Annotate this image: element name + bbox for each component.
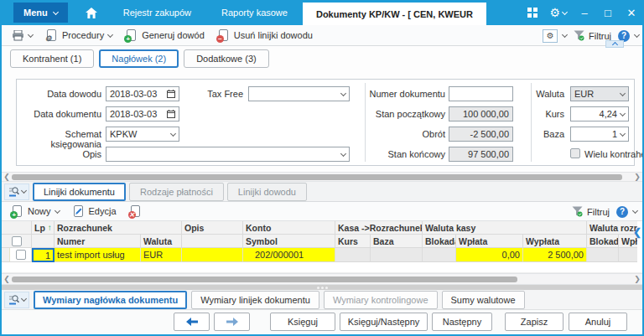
nowy-button[interactable]: + Nowy xyxy=(7,204,65,219)
col-header-kasa-rozrachunek[interactable]: Kasa ->Rozrachunek xyxy=(335,221,423,235)
search-list-button[interactable] xyxy=(4,292,29,308)
home-button[interactable] xyxy=(75,0,108,25)
wielu-kontrahentow-checkbox[interactable] xyxy=(570,148,580,158)
col-header-konto[interactable]: Konto xyxy=(243,221,335,235)
grid-icon[interactable] xyxy=(527,8,538,18)
tab-linijki-dowodu[interactable]: Linijki dowodu xyxy=(227,183,307,201)
tab-wymiary-kontrolingowe[interactable]: Wymiary kontrolingowe xyxy=(324,291,438,309)
edycja-button[interactable]: Edycja xyxy=(68,204,122,219)
usun-linijki-button[interactable]: − Usuń linijki dowodu xyxy=(213,28,318,43)
cell-kurs[interactable] xyxy=(335,248,371,262)
cell-blokada[interactable] xyxy=(423,248,456,262)
tab-wymiary-linijek[interactable]: Wymiary linijek dokumentu xyxy=(191,291,319,309)
cell-numer[interactable]: test import usług xyxy=(55,248,141,262)
table-horizontal-scrollbar[interactable]: ❮ ❯ xyxy=(2,273,642,285)
row-selector-cell[interactable] xyxy=(2,248,10,262)
chevron-down-icon[interactable] xyxy=(632,208,638,214)
help-icon[interactable]: ? xyxy=(616,206,628,218)
opis-select[interactable] xyxy=(106,147,350,162)
sub-header-blokada2[interactable]: Blokada xyxy=(587,235,619,248)
next-record-button[interactable] xyxy=(214,313,250,331)
panel-collapse-left-icon[interactable]: ❮ xyxy=(633,226,641,238)
tab-dokumenty-kpkw[interactable]: Dokumenty KP/KW - [ CEN, KWEUR xyxy=(303,3,486,25)
kurs-input[interactable]: 4,24 xyxy=(570,106,629,121)
view-settings-button[interactable]: ⚙ xyxy=(543,29,558,43)
tab-sumy-walutowe[interactable]: Sumy walutowe xyxy=(442,291,525,309)
grid-filtruj-button[interactable]: Filtruj xyxy=(570,204,611,219)
scrollbar-thumb[interactable] xyxy=(12,277,517,282)
home-icon xyxy=(86,8,97,18)
sub-header-baza[interactable]: Baza xyxy=(371,235,423,248)
tab-rejestr-zakupow[interactable]: Rejestr zakupów xyxy=(108,0,206,25)
collapse-panel-button[interactable] xyxy=(605,40,624,48)
procedury-button[interactable]: ⚙ Procedury xyxy=(41,28,117,43)
zapisz-button[interactable]: Zapisz xyxy=(505,313,564,331)
col-header-lp[interactable]: Lp↑ xyxy=(32,221,55,235)
data-dowodu-input[interactable]: 2018-03-03 xyxy=(106,86,179,101)
col-header-rozrachunek[interactable]: Rozrachunek xyxy=(55,221,182,235)
ksieguj-button[interactable]: Księguj xyxy=(270,313,335,331)
close-button[interactable]: ✕ xyxy=(626,7,637,19)
tab-dodatkowe[interactable]: Dodatkowe (3) xyxy=(184,49,269,68)
generuj-dowod-button[interactable]: + Generuj dowód xyxy=(121,28,210,43)
col-header-waluta-rozrachunku[interactable]: Waluta rozrac xyxy=(587,221,637,235)
col-header-opis[interactable]: Opis xyxy=(182,221,243,235)
sub-header-wyplata[interactable]: Wypłata xyxy=(523,235,587,248)
tab-wymiary-naglowka[interactable]: Wymiary nagłówka dokumentu xyxy=(34,291,187,309)
tab-raporty-kasowe[interactable]: Raporty kasowe xyxy=(206,0,303,25)
scroll-right-icon[interactable]: ❯ xyxy=(632,274,642,284)
data-dokumentu-input[interactable]: 2018-03-03 xyxy=(106,106,179,121)
scroll-right-icon[interactable]: ❯ xyxy=(632,173,642,181)
scroll-left-icon[interactable]: ❮ xyxy=(2,274,12,284)
cell-opis[interactable] xyxy=(182,248,243,262)
minimize-button[interactable]: – xyxy=(579,7,590,19)
tax-free-select[interactable] xyxy=(248,86,350,101)
cell-lp[interactable]: 1 xyxy=(32,248,55,262)
sub-header-blokada[interactable]: Blokada xyxy=(423,235,456,248)
menu-button[interactable]: Menu xyxy=(13,3,68,23)
nastepny-button[interactable]: Następny xyxy=(432,313,492,331)
cell-wpl[interactable] xyxy=(619,248,637,262)
document-lines-table: Lp↑ Rozrachunek Opis Konto Kasa ->Rozrac… xyxy=(2,221,642,273)
baza-input[interactable]: 1 xyxy=(570,127,629,142)
tax-free-label: Tax Free xyxy=(184,89,243,99)
delete-lines-icon: − xyxy=(218,29,230,41)
scrollbar-thumb[interactable] xyxy=(12,174,622,180)
sub-header-kurs[interactable]: Kurs xyxy=(335,235,371,248)
previous-record-button[interactable] xyxy=(174,313,210,331)
maximize-button[interactable]: □ xyxy=(602,7,614,19)
usun-wiersz-button[interactable]: ✕ xyxy=(125,204,147,219)
tab-naglowek[interactable]: Nagłówek (2) xyxy=(99,49,179,68)
sub-header-waluta[interactable]: Waluta xyxy=(141,235,182,248)
scroll-left-icon[interactable]: ❮ xyxy=(2,173,12,181)
select-all-checkbox[interactable] xyxy=(12,236,22,246)
cell-wplata[interactable]: 0,00 xyxy=(456,248,523,262)
anuluj-button[interactable]: Anuluj xyxy=(569,313,627,331)
sub-header-symbol[interactable]: Symbol xyxy=(243,235,335,248)
sub-header-numer[interactable]: Numer xyxy=(55,235,141,248)
sub-header-wplata[interactable]: Wpłata xyxy=(456,235,523,248)
chevron-down-icon[interactable] xyxy=(634,32,640,38)
tab-rodzaje-platnosci[interactable]: Rodzaje płatności xyxy=(129,183,224,201)
table-row[interactable]: 1 test import usług EUR 202/000001 0,00 … xyxy=(2,248,642,262)
cell-wyplata[interactable]: 2 500,00 xyxy=(523,248,587,262)
cell-blokada2[interactable] xyxy=(587,248,619,262)
form-horizontal-scrollbar[interactable]: ❮ ❯ xyxy=(2,172,642,182)
search-list-button[interactable] xyxy=(4,184,29,200)
col-header-waluta-kasy[interactable]: Waluta kasy xyxy=(423,221,587,235)
waluta-select[interactable]: EUR xyxy=(570,86,629,101)
ksieguj-nastepny-button[interactable]: Księguj/Następny xyxy=(340,313,428,331)
cell-symbol[interactable]: 202/000001 xyxy=(243,248,335,262)
print-button[interactable] xyxy=(7,28,38,43)
numer-dokumentu-input[interactable] xyxy=(449,86,513,101)
window-settings-button[interactable]: ⚙ xyxy=(549,7,567,18)
cell-baza[interactable] xyxy=(371,248,423,262)
tab-kontrahent[interactable]: Kontrahent (1) xyxy=(10,49,94,68)
calendar-icon[interactable] xyxy=(167,90,175,98)
calendar-icon[interactable] xyxy=(167,110,175,118)
row-checkbox[interactable] xyxy=(16,250,26,260)
cell-waluta[interactable]: EUR xyxy=(141,248,182,262)
schemat-ksiegowania-select[interactable]: KPKW xyxy=(106,127,179,142)
chevron-down-icon[interactable] xyxy=(562,32,568,38)
tab-linijki-dokumentu[interactable]: Linijki dokumentu xyxy=(33,183,126,201)
